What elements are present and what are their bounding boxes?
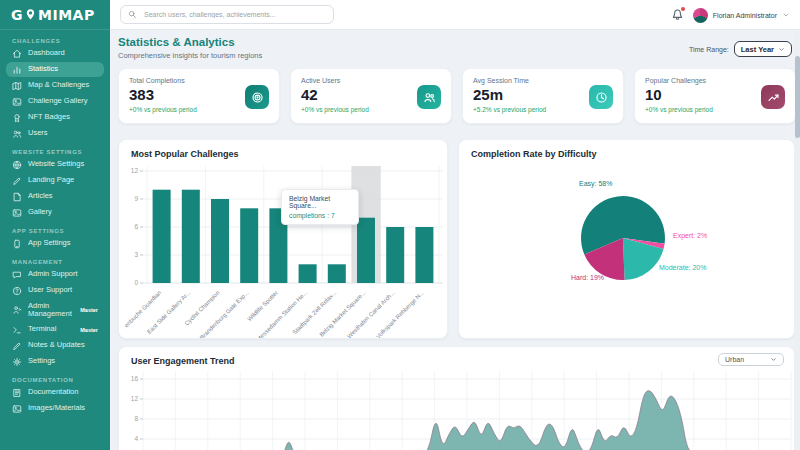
image-icon — [12, 404, 22, 414]
pen-icon — [12, 176, 22, 186]
bar-chart[interactable]: 036912enbuche GuardianEast Side Gallery … — [119, 140, 448, 339]
trend-icon — [761, 85, 785, 109]
page-subtitle: Comprehensive insights for tourism regio… — [118, 51, 262, 60]
sidebar-item-notes-updates[interactable]: Notes & Updates — [6, 338, 104, 353]
svg-text:Westhafen Canal Arch...: Westhafen Canal Arch... — [346, 289, 396, 339]
stat-card-total-completions: Total Completions383+0% vs previous peri… — [118, 68, 280, 124]
sidebar-item-documentation[interactable]: Documentation — [6, 385, 104, 400]
sidebar-item-label: Map & Challenges — [28, 81, 89, 90]
topbar: Florian Administrator — [110, 0, 800, 30]
globe-icon — [12, 160, 22, 170]
tooltip-value: completions : 7 — [289, 212, 351, 219]
map-icon — [12, 81, 22, 91]
svg-text:Volkspark Rehberge N...: Volkspark Rehberge N... — [375, 289, 425, 339]
sidebar-item-challenge-gallery[interactable]: Challenge Gallery — [6, 94, 104, 109]
sidebar-item-label: App Settings — [28, 239, 71, 248]
sidebar-item-label: Admin Management — [28, 302, 74, 319]
sidebar-item-map-challenges[interactable]: Map & Challenges — [6, 78, 104, 93]
sidebar-item-user-support[interactable]: User Support — [6, 283, 104, 298]
topbar-actions: Florian Administrator — [671, 0, 790, 30]
svg-text:4: 4 — [134, 435, 138, 442]
sidebar-item-label: Dashboard — [28, 49, 65, 58]
chevron-down-icon — [778, 46, 785, 53]
clock-icon — [589, 85, 613, 109]
sidebar-item-articles[interactable]: Articles — [6, 189, 104, 204]
chat-icon — [12, 270, 22, 280]
sidebar-item-landing-page[interactable]: Landing Page — [6, 173, 104, 188]
stat-label: Active Users — [301, 77, 441, 84]
sidebar-item-website-settings[interactable]: Website Settings — [6, 157, 104, 172]
sidebar-item-label: Challenge Gallery — [28, 97, 88, 106]
image-icon — [12, 208, 22, 218]
sidebar-item-admin-management[interactable]: Admin ManagementMaster — [6, 299, 104, 321]
sidebar-item-settings[interactable]: Settings — [6, 354, 104, 369]
doc-icon — [12, 388, 22, 398]
target-icon — [245, 85, 269, 109]
search-box[interactable] — [120, 5, 334, 24]
sidebar-section-label: DOCUMENTATION — [12, 377, 98, 383]
stat-label: Popular Challenges — [645, 77, 785, 84]
sidebar-item-label: Gallery — [28, 208, 52, 217]
page-head: Statistics & Analytics Comprehensive ins… — [118, 36, 262, 60]
sidebar-section-label: APP SETTINGS — [12, 228, 98, 234]
notifications-button[interactable] — [671, 8, 684, 22]
sidebar-section-label: WEBSITE SETTINGS — [12, 149, 98, 155]
stats-icon — [12, 65, 22, 75]
users-icon — [417, 85, 441, 109]
search-input[interactable] — [142, 10, 326, 19]
page-title: Statistics & Analytics — [118, 36, 262, 48]
time-range-select[interactable]: Last Year — [734, 41, 792, 57]
pie-label-expert: Expert: 2% — [673, 232, 707, 239]
scrollbar-track — [795, 30, 800, 450]
svg-text:12: 12 — [131, 395, 139, 402]
stats-row: Total Completions383+0% vs previous peri… — [118, 68, 796, 124]
master-badge: Master — [80, 307, 98, 313]
scrollbar-thumb[interactable] — [795, 56, 800, 138]
sidebar-nav: CHALLENGESDashboardStatisticsMap & Chall… — [0, 38, 110, 416]
sidebar-item-label: Articles — [28, 192, 53, 201]
sidebar-item-label: Terminal — [28, 325, 56, 334]
svg-text:6: 6 — [134, 223, 138, 230]
svg-text:3: 3 — [134, 251, 138, 258]
image-icon — [12, 97, 22, 107]
stat-card-active-users: Active Users42+0% vs previous period — [290, 68, 452, 124]
svg-text:8: 8 — [134, 415, 138, 422]
sidebar-item-images-materials[interactable]: Images/Materials — [6, 401, 104, 416]
sidebar-section-label: MANAGEMENT — [12, 259, 98, 265]
sidebar-item-terminal[interactable]: TerminalMaster — [6, 322, 104, 337]
sidebar-item-label: Users — [28, 129, 48, 138]
sidebar-item-label: Settings — [28, 357, 55, 366]
sidebar-item-users[interactable]: Users — [6, 126, 104, 141]
user-engagement-card: User Engagement Trend Urban 481216 — [118, 346, 795, 450]
sidebar-item-statistics[interactable]: Statistics — [6, 62, 104, 77]
chart-tooltip: Belzig Market Square... completions : 7 — [281, 189, 359, 225]
sidebar-item-admin-support[interactable]: Admin Support — [6, 267, 104, 282]
sidebar: G MIMAP CHALLENGESDashboardStatisticsMap… — [0, 0, 110, 450]
stat-label: Avg Session Time — [473, 77, 613, 84]
sidebar-item-label: Notes & Updates — [28, 341, 85, 350]
sidebar-item-nft-badges[interactable]: NFT Badges — [6, 110, 104, 125]
sidebar-item-app-settings[interactable]: App Settings — [6, 236, 104, 251]
help-icon — [12, 286, 22, 296]
svg-text:0: 0 — [134, 279, 138, 286]
pie-chart[interactable] — [459, 140, 795, 339]
app-logo[interactable]: G MIMAP — [0, 0, 110, 30]
stat-card-avg-session-time: Avg Session Time25m+5.2% vs previous per… — [462, 68, 624, 124]
avatar — [693, 8, 708, 23]
sidebar-item-label: Images/Materials — [28, 404, 85, 413]
user-menu[interactable]: Florian Administrator — [693, 8, 790, 23]
logo-text-g: G — [11, 7, 23, 23]
gear-icon — [12, 357, 22, 367]
stat-label: Total Completions — [129, 77, 269, 84]
sidebar-item-gallery[interactable]: Gallery — [6, 205, 104, 220]
sidebar-item-label: Documentation — [28, 388, 78, 397]
sidebar-item-dashboard[interactable]: Dashboard — [6, 46, 104, 61]
phone-icon — [12, 239, 22, 249]
pencil-icon — [12, 341, 22, 351]
home-icon — [12, 49, 22, 59]
users-icon — [12, 129, 22, 139]
badge-icon — [12, 113, 22, 123]
pie-label-hard: Hard: 19% — [571, 274, 604, 281]
sidebar-item-label: Statistics — [28, 65, 58, 74]
area-chart[interactable]: 481216 — [119, 347, 795, 450]
